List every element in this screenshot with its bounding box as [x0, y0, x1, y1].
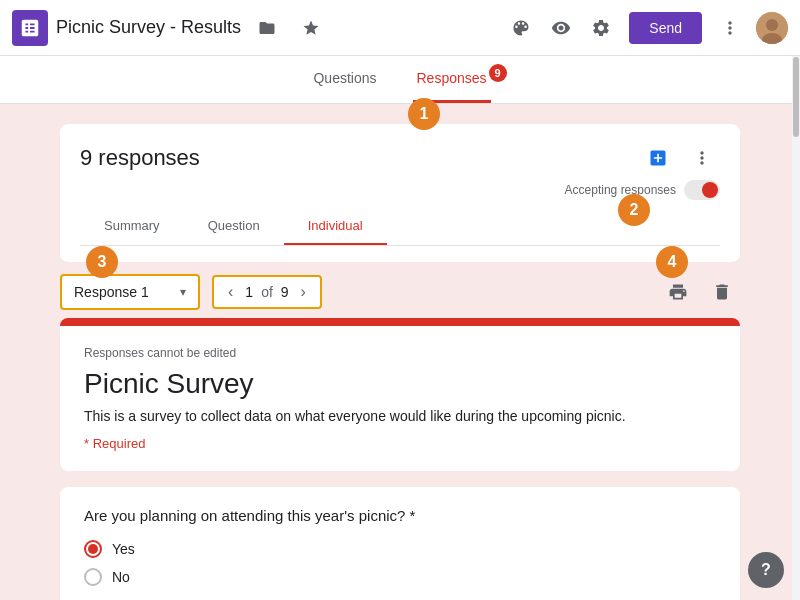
current-page: 1 [241, 284, 257, 300]
star-icon[interactable] [293, 10, 329, 46]
svg-point-1 [766, 19, 778, 31]
chevron-down-icon: ▾ [180, 285, 186, 299]
avatar[interactable] [756, 12, 788, 44]
survey-title: Picnic Survey [84, 368, 716, 400]
cannot-edit-label: Responses cannot be edited [84, 346, 716, 360]
question-text: Are you planning on attending this year'… [84, 507, 716, 524]
print-icon[interactable] [660, 274, 696, 310]
option-no-label: No [112, 569, 130, 585]
settings-icon[interactable] [583, 10, 619, 46]
forms-icon [12, 10, 48, 46]
step-badge-3: 3 [86, 246, 118, 278]
add-response-icon[interactable] [640, 140, 676, 176]
more-options-icon[interactable] [712, 10, 748, 46]
delete-icon[interactable] [704, 274, 740, 310]
doc-title: Picnic Survey - Results [56, 17, 241, 38]
topbar: Picnic Survey - Results Send [0, 0, 800, 56]
step-badge-4: 4 [656, 246, 688, 278]
pagination-row: Response 1 ▾ ‹ 1 of 9 › [60, 262, 740, 318]
preview-icon[interactable] [543, 10, 579, 46]
main-content: 9 responses Accepting responses Summary … [0, 104, 800, 600]
response-count-row: 9 responses [80, 140, 720, 176]
prev-page-button[interactable]: ‹ [224, 283, 237, 301]
subtab-summary[interactable]: Summary [80, 208, 184, 245]
page-navigator: ‹ 1 of 9 › [212, 275, 322, 309]
of-label: of [261, 284, 273, 300]
accepting-toggle[interactable] [684, 180, 720, 200]
required-label: * Required [84, 436, 716, 451]
topbar-icons: Send [503, 10, 788, 46]
scrollbar[interactable] [792, 56, 800, 600]
option-yes-label: Yes [112, 541, 135, 557]
response-header-actions [640, 140, 720, 176]
subtab-question[interactable]: Question [184, 208, 284, 245]
total-pages: 9 [277, 284, 293, 300]
pagination-actions [660, 274, 740, 310]
survey-description: This is a survey to collect data on what… [84, 408, 716, 424]
radio-no[interactable] [84, 568, 102, 586]
tab-questions[interactable]: Questions [309, 56, 380, 103]
subtab-individual[interactable]: Individual [284, 208, 387, 245]
option-yes: Yes [84, 540, 716, 558]
step-badge-2: 2 [618, 194, 650, 226]
response-count: 9 responses [80, 145, 200, 171]
scrollbar-thumb[interactable] [793, 57, 799, 137]
tab-responses[interactable]: Responses 9 [413, 56, 491, 103]
accepting-label: Accepting responses [565, 183, 676, 197]
tabbar: Questions Responses 9 [0, 56, 800, 104]
radio-yes[interactable] [84, 540, 102, 558]
survey-card: Responses cannot be edited Picnic Survey… [60, 318, 740, 471]
next-page-button[interactable]: › [297, 283, 310, 301]
folder-icon[interactable] [249, 10, 285, 46]
response-select-label: Response 1 [74, 284, 172, 300]
responses-badge: 9 [489, 64, 507, 82]
topbar-left: Picnic Survey - Results [12, 10, 503, 46]
send-button[interactable]: Send [629, 12, 702, 44]
more-responses-icon[interactable] [684, 140, 720, 176]
help-button[interactable]: ? [748, 552, 784, 588]
step-badge-1: 1 [408, 98, 440, 130]
option-no: No [84, 568, 716, 586]
response-selector[interactable]: Response 1 ▾ [60, 274, 200, 310]
palette-icon[interactable] [503, 10, 539, 46]
radio-yes-inner [88, 544, 98, 554]
question-card: Are you planning on attending this year'… [60, 487, 740, 600]
response-header-card: 9 responses Accepting responses Summary … [60, 124, 740, 262]
